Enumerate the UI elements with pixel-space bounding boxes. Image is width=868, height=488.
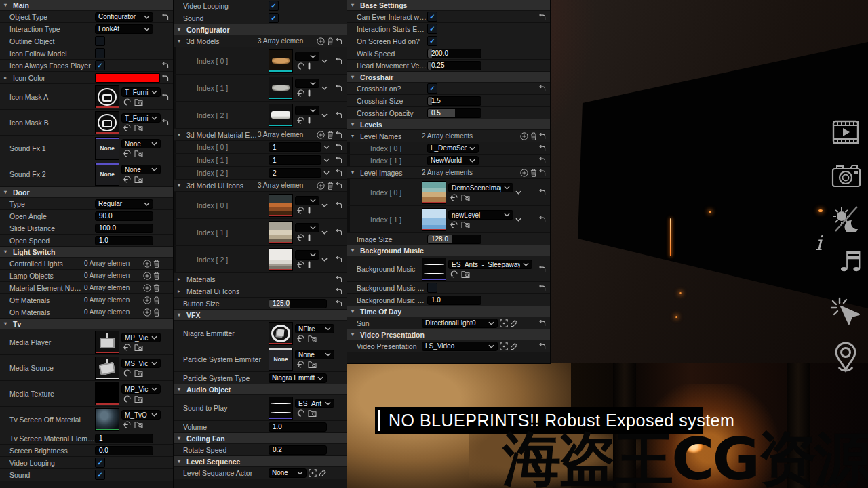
dropdown[interactable]: NewWorld [427,156,479,165]
dropdown[interactable]: LS_Video [422,342,498,351]
add-element-icon[interactable] [317,182,325,190]
checkbox[interactable]: ✓ [95,60,105,70]
reset-icon[interactable] [335,131,342,138]
dropdown[interactable]: newLevel [448,210,513,220]
reset-icon[interactable] [335,288,342,295]
chevron-down-icon[interactable] [151,90,157,94]
use-asset-icon[interactable] [123,124,131,131]
chevron-down-icon[interactable] [323,145,330,149]
browse-to-asset-icon[interactable] [134,395,143,403]
dropdown[interactable]: Configurator [95,12,153,22]
asset-thumbnail[interactable] [269,248,293,271]
use-asset-icon[interactable] [450,194,458,201]
chevron-down-icon[interactable] [144,27,150,31]
add-element-icon[interactable] [143,296,151,304]
use-asset-icon[interactable] [296,62,304,70]
chevron-down-icon[interactable] [321,86,328,90]
add-element-icon[interactable] [143,260,151,268]
chevron-down-icon[interactable] [323,171,330,175]
checkbox[interactable] [427,283,437,293]
reset-icon[interactable] [538,320,546,327]
reset-icon[interactable] [538,133,546,140]
select-actor-icon[interactable] [500,319,508,327]
asset-thumbnail[interactable]: None [95,163,119,186]
number-input[interactable]: 0.2 [269,445,327,455]
dropdown[interactable] [295,79,319,88]
levels-section-header[interactable]: ▾Levels [347,119,550,130]
number-input[interactable]: 1.0 [427,296,481,305]
triangle-down-icon[interactable]: ▾ [351,133,357,139]
reset-icon[interactable] [335,112,342,119]
use-asset-icon[interactable] [450,270,458,278]
browse-to-asset-icon[interactable] [461,194,470,201]
asset-thumbnail[interactable] [422,181,446,204]
triangle-right-icon[interactable]: ▸ [4,75,9,81]
reset-icon[interactable] [335,169,342,176]
triangle-down-icon[interactable]: ▾ [351,169,357,176]
base-settings-section-header[interactable]: ▾Base Settings [347,0,550,11]
triangle-down-icon[interactable]: ▾ [178,131,183,138]
triangle-down-icon[interactable]: ▾ [178,38,183,44]
chevron-down-icon[interactable] [488,344,494,348]
info-icon[interactable]: i [815,231,822,255]
use-asset-icon[interactable] [123,176,131,183]
delete-array-icon[interactable] [153,296,160,304]
asset-thumbnail[interactable] [269,396,293,420]
eyedropper-icon[interactable] [510,319,518,327]
asset-thumbnail[interactable]: None [95,137,119,160]
reset-icon[interactable] [161,119,169,126]
chevron-down-icon[interactable] [504,186,510,190]
browse-to-asset-icon[interactable] [308,335,317,342]
browse-to-asset-icon[interactable] [134,98,143,106]
asset-thumbnail[interactable] [269,77,293,100]
asset-thumbnail[interactable] [95,408,119,431]
dropdown[interactable]: None [121,139,161,148]
delete-array-icon[interactable] [153,284,160,292]
number-input[interactable]: 200.0 [427,49,481,58]
chevron-down-icon[interactable] [151,116,157,120]
use-asset-icon[interactable] [296,261,304,268]
number-input[interactable]: 1.0 [95,236,153,245]
asset-thumbnail[interactable] [269,194,293,217]
add-element-icon[interactable] [143,308,151,317]
select-actor-icon[interactable] [500,342,508,350]
checkbox[interactable]: ✓ [427,24,437,34]
checkbox[interactable]: ✓ [427,12,437,22]
delete-array-icon[interactable] [153,272,160,280]
reset-icon[interactable] [161,94,169,100]
chevron-down-icon[interactable] [325,327,331,331]
add-element-icon[interactable] [317,131,325,139]
chevron-down-icon[interactable] [144,15,150,19]
browse-to-asset-icon[interactable] [308,409,317,417]
dropdown[interactable]: None [269,468,307,478]
use-asset-icon[interactable] [123,98,131,106]
reset-icon[interactable] [538,189,546,196]
add-element-icon[interactable] [143,284,151,292]
number-input[interactable]: 1.0 [269,422,327,432]
chevron-down-icon[interactable] [310,54,316,58]
chevron-down-icon[interactable] [515,190,521,195]
main-section-header[interactable]: ▾Main [0,0,173,11]
dropdown[interactable]: DemoSceneImage [448,183,513,192]
ceiling-fan-section-header[interactable]: ▾Ceiling Fan [174,433,347,444]
asset-thumbnail[interactable] [95,382,119,405]
dropdown[interactable]: LookAt [95,24,153,34]
chevron-down-icon[interactable] [151,336,157,340]
audio-object-section-header[interactable]: ▾Audio Object [174,384,347,395]
dropdown[interactable] [295,52,319,61]
camera-icon[interactable] [831,163,861,188]
dropdown[interactable]: MP_Vic [121,384,161,394]
use-asset-icon[interactable] [123,369,131,377]
delete-array-icon[interactable] [153,260,160,268]
reset-icon[interactable] [538,343,546,350]
reset-icon[interactable] [335,229,342,236]
light-switch-section-header[interactable]: ▾Light Switch [0,247,173,258]
cursor-click-icon[interactable] [830,297,860,328]
reset-icon[interactable] [335,38,342,45]
dropdown[interactable] [295,223,319,232]
dropdown[interactable]: DirectionalLight0 [422,319,498,328]
triangle-down-icon[interactable]: ▾ [178,182,183,188]
number-input[interactable]: 2 [269,168,321,178]
reset-icon[interactable] [335,300,342,307]
use-asset-icon[interactable] [123,344,131,351]
